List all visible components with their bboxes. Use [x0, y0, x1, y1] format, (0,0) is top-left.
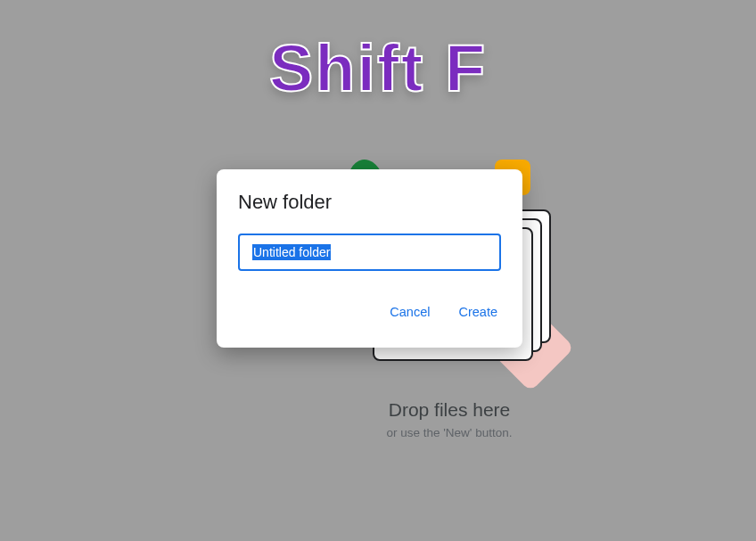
- create-button[interactable]: Create: [455, 298, 501, 326]
- new-folder-dialog: New folder Untitled folder Cancel Create: [217, 169, 522, 348]
- dialog-actions: Cancel Create: [238, 298, 501, 326]
- dialog-title: New folder: [238, 191, 501, 214]
- cancel-button[interactable]: Cancel: [386, 298, 433, 326]
- folder-name-input[interactable]: Untitled folder: [238, 234, 501, 271]
- drop-zone-text: Drop files here or use the 'New' button.: [271, 399, 628, 439]
- folder-name-value: Untitled folder: [252, 244, 331, 260]
- keyboard-shortcut-overlay: Shift F: [269, 30, 487, 106]
- drop-subtitle: or use the 'New' button.: [271, 426, 628, 439]
- drop-title: Drop files here: [271, 399, 628, 421]
